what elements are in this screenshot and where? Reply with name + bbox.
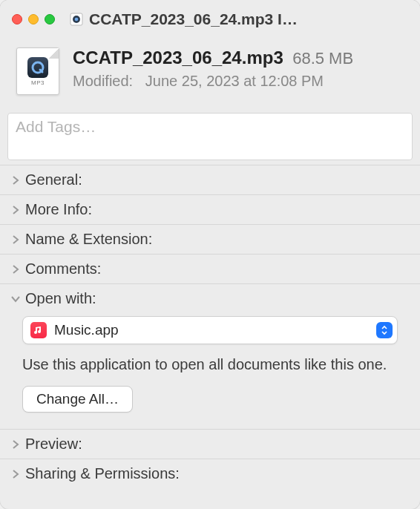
open-with-hint: Use this application to open all documen… bbox=[22, 355, 398, 374]
section-label: Preview: bbox=[25, 436, 82, 453]
titlebar: CCATP_2023_06_24.mp3 I… bbox=[0, 0, 420, 39]
sections: General: More Info: Name & Extension: Co… bbox=[0, 165, 420, 488]
music-app-icon bbox=[30, 322, 47, 338]
traffic-lights bbox=[12, 14, 55, 24]
section-general[interactable]: General: bbox=[0, 165, 420, 195]
file-header: MP3 CCATP_2023_06_24.mp3 68.5 MB Modifie… bbox=[0, 39, 420, 113]
section-label: Sharing & Permissions: bbox=[25, 465, 180, 482]
dropdown-arrows-icon bbox=[376, 322, 393, 338]
file-type-icon: MP3 bbox=[16, 47, 59, 95]
section-more-info[interactable]: More Info: bbox=[0, 195, 420, 225]
file-name: CCATP_2023_06_24.mp3 bbox=[73, 47, 283, 68]
chevron-right-icon bbox=[10, 265, 21, 274]
tags-placeholder: Add Tags… bbox=[16, 118, 96, 135]
change-all-button[interactable]: Change All… bbox=[22, 386, 133, 413]
window-title: CCATP_2023_06_24.mp3 I… bbox=[89, 10, 408, 28]
section-label: Comments: bbox=[25, 260, 101, 278]
title-file-icon bbox=[70, 13, 83, 26]
section-open-with[interactable]: Open with: bbox=[0, 284, 420, 313]
open-with-body: Music.app Use this application to open a… bbox=[0, 313, 420, 430]
section-label: More Info: bbox=[25, 201, 92, 218]
svg-point-2 bbox=[75, 18, 79, 22]
section-label: General: bbox=[25, 171, 82, 188]
info-window: CCATP_2023_06_24.mp3 I… MP3 CCATP_2023_0… bbox=[0, 0, 420, 509]
chevron-right-icon bbox=[10, 470, 21, 479]
modified-value: June 25, 2023 at 12:08 PM bbox=[145, 73, 324, 89]
tags-input[interactable]: Add Tags… bbox=[7, 113, 413, 160]
zoom-button[interactable] bbox=[45, 14, 55, 24]
file-size: 68.5 MB bbox=[292, 49, 353, 68]
modified-label: Modified: bbox=[73, 73, 133, 89]
file-modified: Modified: June 25, 2023 at 12:08 PM bbox=[73, 73, 353, 90]
file-ext-label: MP3 bbox=[31, 79, 45, 86]
open-with-app-name: Music.app bbox=[54, 322, 369, 338]
section-comments[interactable]: Comments: bbox=[0, 254, 420, 284]
open-with-dropdown[interactable]: Music.app bbox=[22, 316, 398, 344]
quicktime-icon bbox=[27, 57, 48, 78]
section-preview[interactable]: Preview: bbox=[0, 430, 420, 459]
section-sharing-permissions[interactable]: Sharing & Permissions: bbox=[0, 459, 420, 488]
chevron-down-icon bbox=[10, 295, 21, 303]
chevron-right-icon bbox=[10, 176, 21, 185]
section-label: Open with: bbox=[25, 290, 96, 307]
chevron-right-icon bbox=[10, 235, 21, 244]
section-name-extension[interactable]: Name & Extension: bbox=[0, 225, 420, 254]
close-button[interactable] bbox=[12, 14, 22, 24]
section-label: Name & Extension: bbox=[25, 231, 152, 248]
minimize-button[interactable] bbox=[28, 14, 39, 24]
file-header-text: CCATP_2023_06_24.mp3 68.5 MB Modified: J… bbox=[73, 47, 353, 90]
chevron-right-icon bbox=[10, 206, 21, 214]
change-all-label: Change All… bbox=[36, 391, 119, 407]
chevron-right-icon bbox=[10, 440, 21, 449]
